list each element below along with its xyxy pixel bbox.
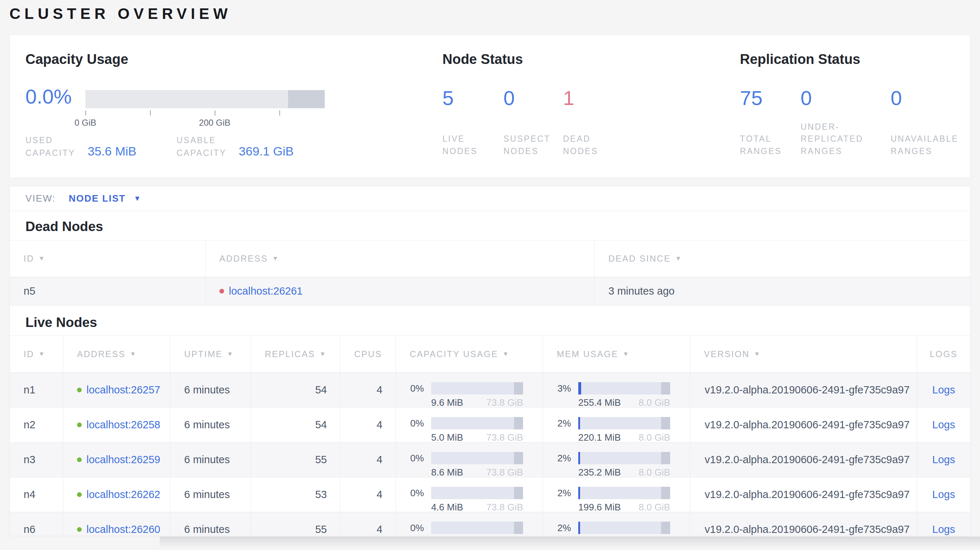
- col-label: ADDRESS: [77, 349, 126, 359]
- sort-caret-icon: ▼: [622, 351, 630, 358]
- live-node-version: v19.2.0-alpha.20190606-2491-gfe735c9a97: [690, 408, 917, 442]
- live-node-capacity-usage-cell: 0% 9.6 MiB 73.8 GiB: [396, 373, 542, 407]
- live-status-dot-icon: [77, 388, 82, 392]
- dead-node-address-link[interactable]: localhost:26261: [229, 285, 302, 297]
- live-col-header-uptime[interactable]: UPTIME ▼: [170, 335, 251, 372]
- live-node-address-link[interactable]: localhost:26258: [86, 419, 160, 431]
- capacity-bar-reserved: [514, 382, 523, 394]
- used-capacity-stat: USED CAPACITY 35.6 MiB: [25, 134, 137, 159]
- capacity-usage-bar: [85, 90, 325, 108]
- capacity-usage-bar-reserved: [288, 90, 325, 108]
- capacity-usage-percent: 0%: [396, 522, 431, 534]
- live-node-address-link[interactable]: localhost:26262: [86, 489, 160, 501]
- used-capacity-label: USED CAPACITY: [25, 134, 75, 159]
- capacity-usage-section: Capacity Usage 0.0% 0 GiB 200 GiB USED C…: [25, 52, 425, 67]
- col-label: MEM USAGE: [557, 349, 618, 359]
- mem-bar-fill: [578, 522, 580, 534]
- mem-total-value: 8.0 GiB: [639, 397, 670, 407]
- mem-bar-reserved: [661, 487, 670, 499]
- mem-total-value: 8.0 GiB: [639, 502, 670, 512]
- under-replicated-ranges-stat: 0 UNDER- REPLICATED RANGES: [800, 88, 891, 157]
- live-node-id: n6: [10, 512, 63, 536]
- dead-nodes-table-header: ID ▼ ADDRESS ▼ DEAD SINCE ▼: [10, 240, 970, 277]
- axis-tick: [85, 110, 86, 116]
- mem-bar-reserved: [661, 452, 670, 464]
- mem-bar-reserved: [661, 382, 670, 394]
- live-node-address-link[interactable]: localhost:26259: [86, 454, 160, 466]
- capacity-usage-bar: [431, 382, 523, 394]
- live-node-version: v19.2.0-alpha.20190606-2491-gfe735c9a97: [690, 477, 917, 512]
- live-node-address-cell: localhost:26259: [63, 442, 170, 477]
- logs-link[interactable]: Logs: [932, 454, 955, 466]
- capacity-usage-percent: 0%: [396, 383, 431, 394]
- live-node-version: v19.2.0-alpha.20190606-2491-gfe735c9a97: [690, 512, 917, 536]
- capacity-usage-bar: [431, 417, 523, 429]
- dead-nodes-count: 1: [563, 88, 598, 108]
- live-node-mem-usage-cell: 2% 235.2 MiB 8.0 GiB: [542, 442, 690, 477]
- live-node-row: n3 localhost:26259 6 minutes 55 4 0% 8.6…: [10, 442, 970, 477]
- dead-col-header-dead-since[interactable]: DEAD SINCE ▼: [594, 240, 970, 277]
- logs-link[interactable]: Logs: [932, 384, 955, 396]
- dead-status-dot-icon: [220, 289, 224, 294]
- mem-usage-percent: 2%: [543, 453, 578, 464]
- view-dropdown[interactable]: NODE LIST ▼: [68, 193, 141, 204]
- dead-col-header-address[interactable]: ADDRESS ▼: [205, 240, 594, 277]
- cluster-overview-card: Capacity Usage 0.0% 0 GiB 200 GiB USED C…: [10, 35, 970, 178]
- capacity-usage-percent: 0.0%: [25, 86, 72, 107]
- live-col-header-address[interactable]: ADDRESS ▼: [63, 335, 170, 372]
- live-node-address-link[interactable]: localhost:26260: [86, 523, 160, 536]
- live-col-header-replicas[interactable]: REPLICAS ▼: [251, 335, 340, 372]
- mem-usage-bar: [578, 382, 670, 394]
- sort-caret-icon: ▼: [754, 351, 761, 358]
- live-nodes-table-header: ID ▼ ADDRESS ▼ UPTIME ▼ REPLICAS ▼ CPUS …: [10, 335, 970, 373]
- capacity-usage-percent: 0%: [396, 453, 431, 464]
- live-node-address-cell: localhost:26257: [63, 373, 170, 407]
- live-node-row: n6 localhost:26260 6 minutes 55 4 0% 7.8…: [10, 512, 970, 536]
- live-col-header-mem-usage[interactable]: MEM USAGE ▼: [542, 335, 690, 372]
- sort-caret-icon: ▼: [675, 255, 682, 262]
- axis-tick: [215, 110, 215, 116]
- mem-usage-bar: [578, 487, 670, 499]
- live-node-uptime: 6 minutes: [170, 477, 251, 512]
- sort-caret-icon: ▼: [272, 255, 279, 262]
- live-col-header-version[interactable]: VERSION ▼: [690, 335, 917, 372]
- live-col-header-cpus[interactable]: CPUS: [340, 335, 396, 372]
- live-node-version: v19.2.0-alpha.20190606-2491-gfe735c9a97: [690, 442, 917, 477]
- live-col-header-id[interactable]: ID ▼: [10, 335, 63, 372]
- capacity-usage-percent: 0%: [396, 488, 431, 499]
- capacity-total-value: 73.8 GiB: [486, 467, 523, 477]
- dead-col-header-id[interactable]: ID ▼: [10, 240, 205, 277]
- col-label: ADDRESS: [220, 254, 268, 264]
- mem-usage-percent: 3%: [543, 383, 578, 394]
- live-node-capacity-usage-cell: 0% 8.6 MiB 73.8 GiB: [396, 442, 542, 477]
- replication-status-section: Replication Status 75 TOTAL RANGES 0 UND…: [740, 52, 965, 67]
- total-ranges-label: TOTAL RANGES: [740, 133, 800, 157]
- suspect-nodes-count: 0: [503, 88, 563, 108]
- live-node-uptime: 6 minutes: [170, 408, 251, 442]
- live-node-mem-usage-cell: 3% 255.4 MiB 8.0 GiB: [542, 373, 690, 407]
- total-ranges-stat: 75 TOTAL RANGES: [740, 88, 800, 157]
- dead-nodes-stat: 1 DEAD NODES: [563, 88, 598, 157]
- sort-caret-icon: ▼: [38, 255, 45, 262]
- axis-tick: [150, 110, 151, 116]
- mem-usage-percent: 2%: [543, 488, 578, 499]
- dead-node-address-cell: localhost:26261: [205, 277, 594, 305]
- logs-link[interactable]: Logs: [932, 419, 955, 431]
- capacity-total-value: 73.8 GiB: [486, 502, 523, 512]
- live-node-address-link[interactable]: localhost:26257: [86, 384, 160, 396]
- live-node-version: v19.2.0-alpha.20190606-2491-gfe735c9a97: [690, 373, 917, 407]
- live-nodes-rows: n1 localhost:26257 6 minutes 54 4 0% 9.6…: [10, 373, 970, 536]
- live-col-header-capacity-usage[interactable]: CAPACITY USAGE ▼: [396, 335, 542, 372]
- sort-caret-icon: ▼: [227, 351, 234, 358]
- live-node-mem-usage-cell: 2% 225.5 MiB 8.0 GiB: [542, 512, 690, 536]
- live-node-replicas: 54: [251, 373, 340, 407]
- unavailable-ranges-label: UNAVAILABLE RANGES: [891, 133, 959, 157]
- mem-total-value: 8.0 GiB: [639, 467, 670, 477]
- logs-link[interactable]: Logs: [932, 489, 955, 501]
- axis-label-0: 0 GiB: [75, 118, 96, 128]
- logs-link[interactable]: Logs: [932, 523, 955, 536]
- live-node-row: n1 localhost:26257 6 minutes 54 4 0% 9.6…: [10, 373, 970, 408]
- node-list-card: VIEW: NODE LIST ▼ Dead Nodes ID ▼ ADDRES…: [10, 186, 970, 536]
- mem-used-value: 255.4 MiB: [578, 397, 621, 407]
- mem-used-value: 220.1 MiB: [578, 432, 621, 442]
